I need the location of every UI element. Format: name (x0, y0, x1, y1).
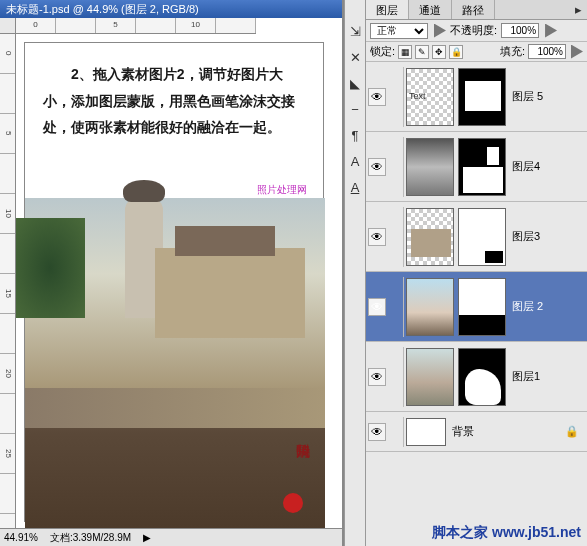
blend-arrow-icon[interactable] (434, 24, 446, 38)
lock-brush-icon[interactable]: ✎ (415, 45, 429, 59)
zoom-level[interactable]: 44.91% (4, 532, 38, 543)
document-info: 文档:3.39M/28.9M (50, 531, 131, 545)
layer-link-area[interactable] (388, 67, 404, 127)
panel-menu-icon[interactable]: ▸ (569, 0, 587, 18)
layer-row[interactable]: 👁 图层 2 (366, 272, 587, 342)
paragraph-tool-icon[interactable]: ¶ (346, 126, 364, 144)
mask-thumbnail[interactable] (458, 138, 506, 196)
layer-link-area[interactable] (388, 207, 404, 267)
tag-tool-icon[interactable]: ◣ (346, 74, 364, 92)
layer-thumbnail[interactable] (406, 208, 454, 266)
lock-transparency-icon[interactable]: ▦ (398, 45, 412, 59)
watermark-label: 照片处理网 (257, 183, 307, 197)
mask-thumbnail[interactable] (458, 348, 506, 406)
opacity-input[interactable] (501, 23, 539, 38)
lock-icon: 🔒 (565, 425, 579, 438)
layer-thumbnail[interactable]: Text (406, 68, 454, 126)
layer-name-label[interactable]: 图层3 (512, 229, 540, 244)
visibility-eye-icon[interactable]: 👁 (368, 158, 386, 176)
layer-thumbnail[interactable] (406, 348, 454, 406)
layer-name-label[interactable]: 背景 (452, 424, 474, 439)
instruction-text: 2、拖入素材图片2，调节好图片大小，添加图层蒙版，用黑色画笔涂沫交接处，使两张素… (25, 43, 323, 145)
type-tool-icon[interactable]: A (346, 152, 364, 170)
tab-layers[interactable]: 图层 (366, 0, 409, 19)
visibility-eye-icon[interactable]: 👁 (368, 88, 386, 106)
mask-thumbnail[interactable] (458, 208, 506, 266)
lock-label: 锁定: (370, 44, 395, 59)
layer-link-area[interactable] (388, 417, 404, 447)
site-watermark: 脚本之家 www.jb51.net (432, 524, 581, 542)
info-arrow-icon[interactable]: ▶ (143, 532, 151, 543)
ruler-corner (0, 18, 16, 34)
mask-thumbnail[interactable] (458, 68, 506, 126)
layer-thumbnail[interactable] (406, 138, 454, 196)
layer-row[interactable]: 👁 图层1 (366, 342, 587, 412)
fill-arrow-icon[interactable] (571, 45, 583, 59)
layer-link-area[interactable] (388, 137, 404, 197)
layer-row[interactable]: 👁 Text 图层 5 (366, 62, 587, 132)
fill-input[interactable] (528, 44, 566, 59)
layer-thumbnail[interactable] (406, 418, 446, 446)
layers-list: 👁 Text 图层 5 👁 图层4 👁 图层3 👁 图层 2 (366, 62, 587, 546)
layer-thumbnail[interactable] (406, 278, 454, 336)
layer-name-label[interactable]: 图层1 (512, 369, 540, 384)
text-tool-icon[interactable]: A (346, 178, 364, 196)
layer-link-area[interactable] (388, 347, 404, 407)
arrow-tool-icon[interactable]: ⇲ (346, 22, 364, 40)
document: 2、拖入素材图片2，调节好图片大小，添加图层蒙版，用黑色画笔涂沫交接处，使两张素… (24, 42, 324, 522)
canvas-area[interactable]: 2、拖入素材图片2，调节好图片大小，添加图层蒙版，用黑色画笔涂沫交接处，使两张素… (16, 34, 342, 528)
status-bar: 44.91% 文档:3.39M/28.9M ▶ (0, 528, 342, 546)
ruler-horizontal[interactable]: 0510 (16, 18, 256, 34)
layer-row[interactable]: 👁 图层3 (366, 202, 587, 272)
tab-channels[interactable]: 通道 (409, 0, 452, 19)
layer-row[interactable]: 👁 背景 🔒 (366, 412, 587, 452)
mini-toolbar: ⇲ ✕ ◣ − ¶ A A (344, 0, 366, 546)
ruler-vertical[interactable]: 0510152025 (0, 34, 16, 528)
visibility-eye-icon[interactable]: 👁 (368, 368, 386, 386)
opacity-arrow-icon[interactable] (545, 24, 557, 38)
cross-tool-icon[interactable]: ✕ (346, 48, 364, 66)
tab-paths[interactable]: 路径 (452, 0, 495, 19)
document-title: 未标题-1.psd @ 44.9% (图层 2, RGB/8) (0, 0, 342, 18)
lock-move-icon[interactable]: ✥ (432, 45, 446, 59)
opacity-label: 不透明度: (450, 23, 497, 38)
visibility-eye-icon[interactable]: 👁 (368, 423, 386, 441)
mask-thumbnail[interactable] (458, 278, 506, 336)
minus-tool-icon[interactable]: − (346, 100, 364, 118)
layer-link-area[interactable] (388, 277, 404, 337)
visibility-eye-icon[interactable]: 👁 (368, 228, 386, 246)
visibility-eye-icon[interactable]: 👁 (368, 298, 386, 316)
fill-label: 填充: (500, 44, 525, 59)
red-stamp (283, 493, 303, 513)
signature-seal: 飛時鵲川 (259, 433, 311, 503)
lock-all-icon[interactable]: 🔒 (449, 45, 463, 59)
castle-image (25, 198, 325, 388)
panel-tabs: 图层 通道 路径 ▸ (366, 0, 587, 20)
layer-name-label[interactable]: 图层 2 (512, 299, 543, 314)
layer-name-label[interactable]: 图层4 (512, 159, 540, 174)
layer-row[interactable]: 👁 图层4 (366, 132, 587, 202)
blend-mode-select[interactable]: 正常 (370, 23, 428, 39)
layer-name-label[interactable]: 图层 5 (512, 89, 543, 104)
